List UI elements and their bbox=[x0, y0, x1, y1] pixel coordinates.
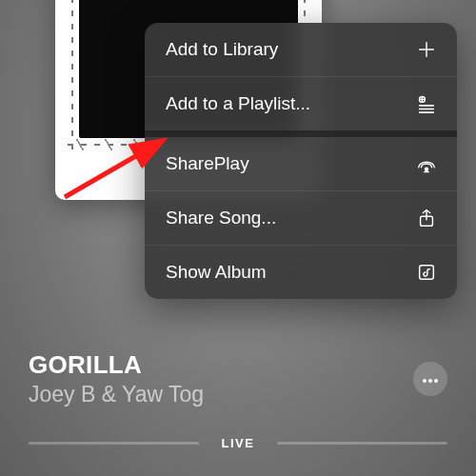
track-title: GORILLA bbox=[29, 350, 447, 380]
svg-point-4 bbox=[423, 379, 426, 383]
add-to-library-item[interactable]: Add to Library bbox=[145, 23, 457, 76]
progress-line-right bbox=[277, 442, 447, 445]
track-info: GORILLA Joey B & Yaw Tog bbox=[29, 350, 447, 407]
share-icon bbox=[415, 207, 438, 229]
shareplay-menu-item[interactable]: SharePlay bbox=[145, 137, 457, 190]
svg-point-6 bbox=[434, 379, 438, 383]
show-album-item[interactable]: Show Album bbox=[145, 245, 457, 299]
album-icon bbox=[415, 261, 438, 284]
plus-icon bbox=[415, 38, 438, 61]
playlist-add-icon bbox=[415, 92, 438, 115]
menu-item-label: Share Song... bbox=[166, 208, 276, 228]
svg-rect-3 bbox=[420, 266, 434, 280]
share-song-item[interactable]: Share Song... bbox=[145, 190, 457, 245]
context-menu: Add to Library Add to a Playlist... Shar… bbox=[145, 23, 457, 299]
add-to-playlist-item[interactable]: Add to a Playlist... bbox=[145, 76, 457, 130]
progress-line-left bbox=[29, 442, 199, 445]
more-button[interactable] bbox=[413, 362, 447, 396]
track-artist: Joey B & Yaw Tog bbox=[29, 382, 447, 407]
menu-item-label: Show Album bbox=[166, 262, 267, 283]
progress-row: LIVE bbox=[29, 433, 447, 453]
menu-item-label: SharePlay bbox=[166, 153, 249, 174]
ellipsis-icon bbox=[422, 370, 439, 387]
menu-item-label: Add to a Playlist... bbox=[166, 93, 310, 114]
menu-item-label: Add to Library bbox=[166, 39, 278, 60]
svg-point-5 bbox=[428, 379, 432, 383]
live-badge: LIVE bbox=[212, 433, 265, 453]
menu-separator bbox=[145, 130, 457, 137]
shareplay-icon bbox=[415, 152, 438, 175]
